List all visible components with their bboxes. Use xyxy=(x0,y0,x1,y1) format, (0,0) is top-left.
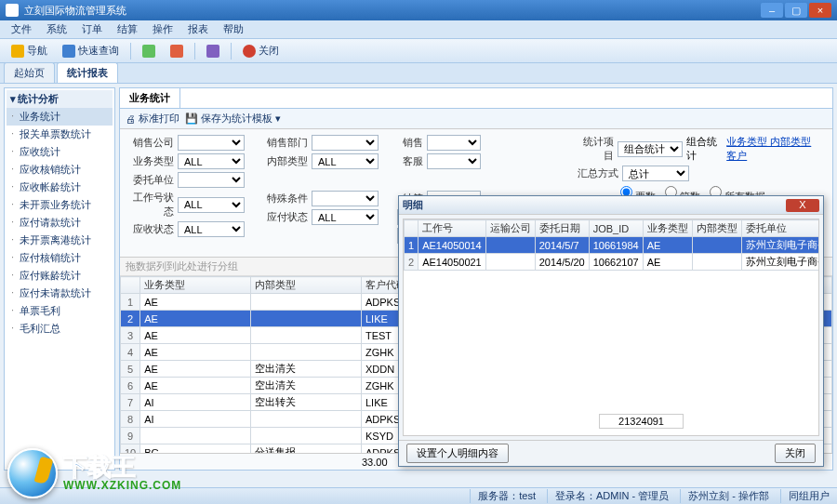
sales-company-select[interactable] xyxy=(178,135,245,151)
window-title: 立刻国际物流管理系统 xyxy=(24,4,761,18)
label-stat-item: 统计项目 xyxy=(574,135,614,163)
detail-close-icon[interactable]: X xyxy=(786,199,819,212)
label-biz-type: 业务类型 xyxy=(129,154,174,168)
label-cs: 客服 xyxy=(397,154,423,168)
label-job-status: 工作号状态 xyxy=(129,191,174,219)
tree-item[interactable]: 应收帐龄统计 xyxy=(7,179,113,196)
save-template-button[interactable]: 💾 保存为统计模板 ▾ xyxy=(185,112,281,126)
detail-title: 明细 xyxy=(403,198,786,212)
tree-item[interactable]: 业务统计 xyxy=(7,108,113,126)
tree-title: ▾统计分析 xyxy=(7,90,113,108)
tree-item[interactable]: 应收统计 xyxy=(7,143,113,161)
tool-icon-3[interactable] xyxy=(201,43,225,60)
tool-icon-2[interactable] xyxy=(165,43,189,60)
tree-item[interactable]: 未开票业务统计 xyxy=(7,196,113,214)
maximize-button[interactable]: ▢ xyxy=(785,3,807,18)
biz-type-select[interactable]: ALL xyxy=(178,153,245,169)
window-titlebar: 立刻国际物流管理系统 – ▢ × xyxy=(0,0,837,20)
print-button[interactable]: 🖨 标准打印 xyxy=(126,112,179,126)
label-sales-company: 销售公司 xyxy=(129,136,174,150)
special-select[interactable] xyxy=(312,191,379,206)
menubar: 文件 系统 订单 结算 操作 报表 帮助 xyxy=(0,20,837,39)
label-inner-type: 内部类型 xyxy=(263,154,308,168)
menu-system[interactable]: 系统 xyxy=(39,20,74,38)
watermark: 下载王 WWW.XZKING.COM xyxy=(7,448,181,498)
menu-order[interactable]: 订单 xyxy=(74,20,110,38)
status-online[interactable]: 同组用户 xyxy=(780,489,830,503)
label-entrust-unit: 委托单位 xyxy=(129,173,174,187)
minimize-button[interactable]: – xyxy=(761,3,783,18)
status-company: 苏州立刻 - 操作部 xyxy=(680,489,769,503)
tree-panel: ▾统计分析 业务统计报关单票数统计应收统计应收核销统计应收帐龄统计未开票业务统计… xyxy=(4,87,115,471)
label-sum-mode: 汇总方式 xyxy=(574,166,618,180)
main-toolbar: 导航 快速查询 关闭 xyxy=(0,39,837,63)
inner-type-select[interactable]: ALL xyxy=(312,153,379,169)
tab-report[interactable]: 统计报表 xyxy=(57,62,118,83)
table-row[interactable]: 2AE140500212014/5/2010662107AE苏州立刻电子商务有限… xyxy=(405,254,820,271)
status-server: 服务器：test xyxy=(470,489,536,503)
tool-icon-1[interactable] xyxy=(137,43,161,60)
menu-report[interactable]: 报表 xyxy=(180,20,216,38)
recv-status-select[interactable]: ALL xyxy=(178,221,245,237)
detail-sum: 21324091 xyxy=(599,414,684,429)
sales-dept-select[interactable] xyxy=(312,135,379,151)
watermark-cn: 下载王 xyxy=(63,455,181,479)
tree-item[interactable]: 单票毛利 xyxy=(7,302,113,320)
label-sales: 销售 xyxy=(397,136,423,150)
menu-help[interactable]: 帮助 xyxy=(216,20,251,38)
label-special: 特殊条件 xyxy=(263,192,308,206)
combo-link[interactable]: 业务类型 内部类型 客户 xyxy=(726,135,823,163)
watermark-logo-icon xyxy=(7,448,58,498)
label-recv-status: 应收状态 xyxy=(129,222,174,236)
detail-grid[interactable]: 工作号运输公司委托日期JOB_ID业务类型内部类型委托单位1AE14050014… xyxy=(403,219,819,436)
tree-item[interactable]: 应付账龄统计 xyxy=(7,267,113,285)
entrust-unit-select[interactable] xyxy=(178,172,245,188)
sum-mode-select[interactable]: 总计 xyxy=(622,166,689,181)
status-login: 登录名：ADMIN - 管理员 xyxy=(547,489,669,503)
detail-config-button[interactable]: 设置个人明细内容 xyxy=(406,444,509,463)
job-status-select[interactable]: ALL xyxy=(178,197,245,213)
label-pay-status: 应付状态 xyxy=(263,210,308,224)
document-tabs: 起始页 统计报表 xyxy=(0,63,837,84)
watermark-url: WWW.XZKING.COM xyxy=(63,479,181,492)
tree-item[interactable]: 应付核销统计 xyxy=(7,249,113,267)
label-sales-dept: 销售部门 xyxy=(263,136,308,150)
pay-status-select[interactable]: ALL xyxy=(312,209,379,225)
app-icon xyxy=(6,4,19,17)
table-row[interactable]: 1AE140500142014/5/710661984AE苏州立刻电子商务有限公… xyxy=(405,237,820,254)
tree-item[interactable]: 应付请款统计 xyxy=(7,214,113,232)
close-window-button[interactable]: × xyxy=(809,3,831,18)
tree-item[interactable]: 应收核销统计 xyxy=(7,161,113,179)
stat-item-select[interactable]: 组合统计 xyxy=(618,141,683,157)
sales-select[interactable] xyxy=(427,135,481,151)
tree-item[interactable]: 应付未请款统计 xyxy=(7,285,113,302)
detail-close-button[interactable]: 关闭 xyxy=(775,444,816,463)
tree-item[interactable]: 未开票离港统计 xyxy=(7,232,113,249)
detail-window: 明细 X 工作号运输公司委托日期JOB_ID业务类型内部类型委托单位1AE140… xyxy=(398,195,824,467)
menu-operate[interactable]: 操作 xyxy=(145,20,180,38)
tab-start[interactable]: 起始页 xyxy=(4,62,55,83)
close-button[interactable]: 关闭 xyxy=(237,42,285,60)
quick-search-button[interactable]: 快速查询 xyxy=(57,42,125,60)
menu-settle[interactable]: 结算 xyxy=(110,20,145,38)
nav-button[interactable]: 导航 xyxy=(6,42,53,60)
tree-item[interactable]: 报关单票数统计 xyxy=(7,126,113,143)
combo-label: 组合统计 xyxy=(686,135,723,163)
content-tab[interactable]: 业务统计 xyxy=(120,88,180,108)
tree-item[interactable]: 毛利汇总 xyxy=(7,320,113,338)
menu-file[interactable]: 文件 xyxy=(4,20,39,38)
cs-select[interactable] xyxy=(427,153,481,169)
